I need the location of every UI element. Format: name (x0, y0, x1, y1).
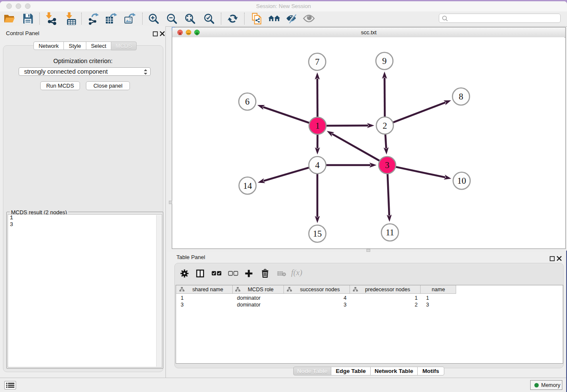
svg-text:3: 3 (385, 160, 390, 170)
svg-text:name: name (432, 287, 445, 293)
svg-text:15: 15 (313, 229, 322, 239)
svg-text:2: 2 (383, 121, 387, 131)
svg-text:1: 1 (315, 121, 320, 131)
svg-text:11: 11 (385, 227, 394, 237)
svg-text:shared name: shared name (193, 287, 223, 293)
svg-text:8: 8 (459, 91, 463, 102)
svg-text:6: 6 (245, 97, 250, 107)
svg-text:predecessor nodes: predecessor nodes (365, 287, 410, 293)
svg-text:9: 9 (382, 56, 387, 66)
svg-text:10: 10 (457, 176, 466, 186)
svg-text:4: 4 (315, 160, 320, 170)
svg-text:7: 7 (315, 57, 319, 67)
svg-text:MCDS role: MCDS role (248, 287, 273, 293)
svg-text:14: 14 (243, 181, 253, 191)
svg-text:successor nodes: successor nodes (300, 287, 340, 293)
